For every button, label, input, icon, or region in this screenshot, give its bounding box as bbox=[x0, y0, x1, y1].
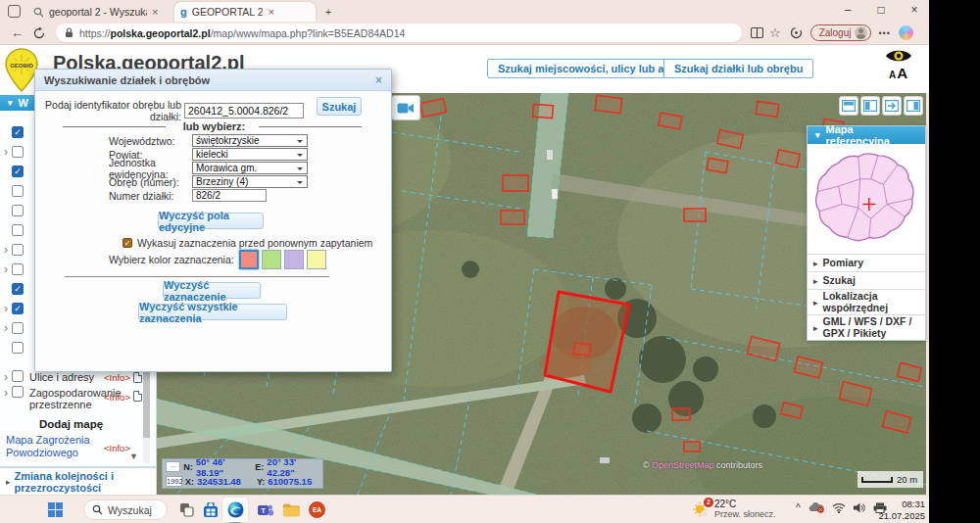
layer-checkbox[interactable] bbox=[12, 185, 24, 197]
refresh-icon[interactable] bbox=[32, 26, 46, 40]
layer-row[interactable]: › bbox=[0, 220, 33, 240]
accessibility-controls[interactable]: AA bbox=[879, 47, 918, 81]
layout-right-button[interactable] bbox=[904, 96, 923, 116]
color-swatch[interactable] bbox=[307, 250, 326, 269]
new-tab-button[interactable]: + bbox=[319, 2, 337, 22]
flood-map-link[interactable]: Mapa Zagrożenia Powodziowego bbox=[6, 434, 94, 459]
numer-dzialki-input[interactable] bbox=[192, 189, 267, 202]
font-size-buttons[interactable]: AA bbox=[879, 65, 918, 81]
eye-icon[interactable] bbox=[885, 47, 912, 65]
panel-item-szukaj[interactable]: ▸ Szukaj bbox=[808, 271, 925, 289]
scroll-down-icon[interactable]: ▼ bbox=[129, 452, 138, 461]
favorites-star-icon[interactable]: ☆ bbox=[769, 25, 781, 40]
layer-row[interactable]: › bbox=[0, 201, 33, 220]
dialog-search-button[interactable]: Szukaj bbox=[317, 97, 362, 116]
legend-page-icon[interactable] bbox=[133, 372, 142, 383]
weather-widget[interactable]: 2 22°C Przew. słonecz. bbox=[692, 499, 776, 519]
layout-arrow-button[interactable] bbox=[882, 96, 902, 116]
tab-close-icon[interactable]: × bbox=[152, 6, 158, 18]
layout-left-button[interactable] bbox=[860, 96, 880, 116]
url-field[interactable]: https://polska.geoportal2.pl/map/www/map… bbox=[56, 24, 742, 42]
task-view-button[interactable] bbox=[176, 499, 197, 520]
window-maximize-button[interactable]: □ bbox=[868, 3, 894, 17]
reorder-transparency-link[interactable]: ▸ Zmiana kolejności i przezroczystości bbox=[0, 466, 156, 495]
info-link[interactable]: <Info> bbox=[104, 390, 130, 403]
store-button[interactable] bbox=[200, 499, 220, 520]
tree-expand-icon[interactable]: › bbox=[0, 262, 12, 276]
layer-row[interactable]: ›✓ bbox=[0, 162, 33, 181]
epsg-code[interactable]: 1992 bbox=[166, 476, 182, 487]
edge-button[interactable] bbox=[225, 499, 246, 520]
layer-row-zagospodarowanie[interactable]: › Zagospodarowanie przestrzenne <Info> bbox=[0, 386, 142, 410]
clear-fields-button[interactable]: Wyczyść pola edycyjne bbox=[158, 213, 264, 229]
window-close-button[interactable]: × bbox=[902, 3, 927, 17]
map-tool-button[interactable] bbox=[391, 95, 420, 120]
layer-row[interactable]: ›✓ bbox=[0, 279, 33, 299]
dialog-close-icon[interactable]: × bbox=[375, 73, 382, 87]
layer-row[interactable]: › bbox=[0, 260, 33, 279]
layer-row-ulice[interactable]: › Ulice i adresy <Info> bbox=[0, 370, 142, 384]
tab-close-icon[interactable]: × bbox=[268, 6, 273, 18]
layer-row[interactable]: › bbox=[0, 318, 33, 338]
layer-checkbox[interactable]: ✓ bbox=[12, 126, 24, 138]
dialog-titlebar[interactable]: Wyszukiwanie działek i obrębów × bbox=[35, 70, 391, 91]
layer-row[interactable]: › bbox=[0, 338, 33, 357]
panel-item-gml[interactable]: ▸ GML / WFS / DXF / GPX / Pikiety bbox=[808, 314, 925, 340]
window-minimize-button[interactable]: – bbox=[835, 3, 860, 17]
taskbar-clock[interactable]: 08:31 21.07.2025 bbox=[878, 499, 925, 521]
layer-checkbox[interactable] bbox=[12, 224, 24, 236]
color-swatch[interactable] bbox=[262, 250, 281, 269]
login-button[interactable]: Zaloguj bbox=[810, 24, 872, 41]
browser-menu-icon[interactable]: ••• bbox=[878, 28, 890, 38]
layer-checkbox[interactable] bbox=[12, 263, 24, 275]
layer-checkbox[interactable]: ✓ bbox=[12, 166, 24, 177]
layout-top-button[interactable] bbox=[839, 96, 858, 116]
layer-checkbox[interactable] bbox=[12, 322, 24, 334]
layer-row[interactable]: › bbox=[0, 240, 33, 260]
layer-row[interactable]: ›✓ bbox=[0, 122, 33, 142]
layer-checkbox[interactable] bbox=[12, 244, 24, 256]
copilot-icon[interactable] bbox=[899, 25, 913, 40]
layer-checkbox[interactable] bbox=[12, 386, 24, 398]
ea-app-button[interactable]: EA bbox=[307, 499, 327, 520]
tray-chevron-icon[interactable]: ^ bbox=[796, 502, 801, 513]
info-link[interactable]: <Info> bbox=[104, 441, 130, 453]
identifier-input[interactable] bbox=[184, 103, 304, 119]
reference-panel-header[interactable]: ▾ Mapa referencyjna bbox=[808, 126, 925, 144]
layer-checkbox[interactable]: ✓ bbox=[12, 283, 24, 295]
tree-expand-icon[interactable]: › bbox=[0, 145, 12, 159]
clear-before-query-checkbox[interactable]: ✓ bbox=[122, 238, 132, 248]
jednostka-select[interactable]: Morawica gm. bbox=[192, 162, 308, 174]
wojewodztwo-select[interactable]: świętokrzyskie bbox=[192, 134, 308, 147]
layer-checkbox[interactable] bbox=[12, 146, 24, 158]
panel-item-pomiary[interactable]: ▸ Pomiary bbox=[808, 254, 925, 271]
layer-row[interactable]: › bbox=[0, 142, 33, 162]
search-parcel-button[interactable]: Szukaj działki lub obrębu bbox=[663, 59, 813, 78]
teams-button[interactable]: T bbox=[255, 499, 275, 520]
color-swatch[interactable] bbox=[239, 250, 259, 269]
layer-row[interactable]: ›✓ bbox=[0, 299, 33, 318]
layer-checkbox[interactable] bbox=[12, 370, 24, 382]
layer-checkbox[interactable]: ✓ bbox=[12, 303, 24, 314]
split-screen-icon[interactable] bbox=[751, 26, 763, 39]
panel-item-lokalizacja[interactable]: ▸ Lokalizacja współrzędnej bbox=[808, 289, 925, 314]
back-icon[interactable]: ← bbox=[11, 25, 24, 40]
osm-link[interactable]: OpenStreetMap bbox=[652, 460, 714, 470]
tree-expand-icon[interactable]: › bbox=[0, 321, 12, 335]
tree-expand-icon[interactable]: › bbox=[0, 370, 12, 384]
powiat-select[interactable]: kielecki bbox=[192, 148, 308, 161]
tree-expand-icon[interactable]: › bbox=[0, 302, 12, 315]
taskbar-search[interactable]: Wyszukaj bbox=[83, 499, 168, 520]
clear-selection-button[interactable]: Wyczyść zaznaczenie bbox=[163, 282, 261, 299]
speaker-icon[interactable] bbox=[854, 502, 865, 513]
obreb-select[interactable]: Brzeziny (4) bbox=[192, 175, 308, 188]
tab-actions-icon[interactable] bbox=[8, 5, 21, 18]
legend-page-icon[interactable] bbox=[133, 391, 142, 402]
clear-all-selections-button[interactable]: Wyczyść wszystkie zaznaczenia bbox=[138, 304, 287, 320]
layer-checkbox[interactable] bbox=[12, 342, 24, 354]
poland-overview-map[interactable] bbox=[808, 144, 925, 254]
tree-expand-icon[interactable]: › bbox=[0, 386, 12, 400]
tab-1[interactable]: geoportal 2 - Wyszukaj × bbox=[27, 2, 171, 22]
layer-checkbox[interactable] bbox=[12, 205, 24, 216]
tree-expand-icon[interactable]: › bbox=[0, 243, 12, 257]
